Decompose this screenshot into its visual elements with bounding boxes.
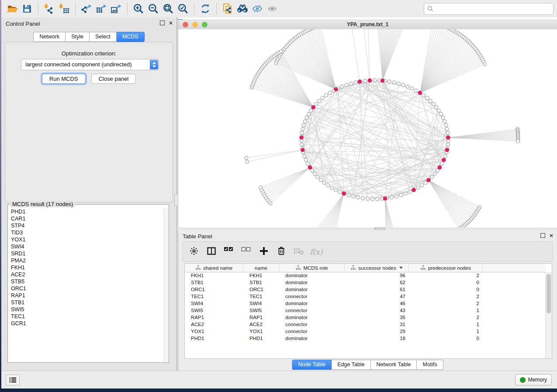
zoom-fit-button[interactable]	[161, 2, 176, 15]
close-table-panel-icon[interactable]: ✕	[549, 234, 554, 238]
mcds-node-item[interactable]: SWI4	[8, 243, 164, 250]
zoom-in-button[interactable]	[131, 2, 146, 15]
hide-selected-icon	[252, 3, 263, 14]
table-row[interactable]: FKH1FKH1dominator962	[185, 272, 546, 279]
export-network-button[interactable]	[79, 2, 94, 15]
column-header-predecessor-nodes[interactable]: predecessor nodes	[409, 264, 483, 272]
mcds-node-item[interactable]: CAR1	[8, 215, 164, 222]
search-input[interactable]	[436, 4, 551, 14]
mcds-node-item[interactable]: STP4	[8, 222, 164, 229]
hide-selected-button[interactable]	[250, 2, 265, 15]
attribute-type-icon	[420, 265, 426, 271]
tab-network[interactable]: Network	[33, 32, 66, 42]
cell-shared-name: FKH1	[185, 272, 243, 279]
mcds-node-item[interactable]: SRD1	[8, 250, 164, 257]
mcds-node-item[interactable]: ORC1	[8, 285, 164, 292]
float-panel-icon[interactable]	[160, 21, 165, 25]
mcds-node-item[interactable]: YOX1	[8, 236, 164, 243]
table-row[interactable]: PHD1PHD1dominator180	[185, 335, 546, 342]
tab-motifs[interactable]: Motifs	[417, 360, 443, 370]
table-row[interactable]: ORC1ORC1dominator610	[185, 286, 546, 293]
memory-button[interactable]: Memory	[515, 374, 552, 385]
select-all-button[interactable]	[223, 246, 235, 258]
export-image-button[interactable]	[109, 2, 124, 15]
column-header-successor-nodes[interactable]: successor nodes	[345, 264, 409, 272]
task-history-button[interactable]	[6, 375, 20, 385]
run-mcds-button[interactable]: Run MCDS	[42, 74, 86, 84]
column-header-MCDS-role[interactable]: MCDS role	[279, 264, 345, 272]
mcds-node-item[interactable]: SWI5	[8, 306, 164, 313]
tab-mcds[interactable]: MCDS	[117, 32, 145, 42]
table-row[interactable]: STB1STB1dominator620	[185, 279, 546, 286]
select-all-icon	[224, 247, 234, 257]
table-settings-button[interactable]	[188, 246, 200, 258]
float-table-panel-icon[interactable]	[540, 233, 545, 238]
mcds-node-item[interactable]: STB5	[8, 278, 164, 285]
network-window: YPA_prune.txt_1	[178, 17, 557, 227]
table-scrollbar[interactable]	[545, 272, 552, 358]
tab-style[interactable]: Style	[66, 32, 90, 42]
cell-shared-name: SWI4	[185, 300, 243, 307]
delete-column-button[interactable]	[276, 246, 287, 258]
show-all-button[interactable]	[265, 2, 280, 15]
table-row[interactable]: YOX1YOX1connector291	[185, 328, 546, 335]
mcds-result-list[interactable]: PHD1CAR1STP4TID3YOX1SWI4SRD1PMA2FKH1ACE2…	[8, 208, 164, 362]
mcds-node-item[interactable]: ACE2	[8, 271, 164, 278]
mcds-list-scrollbar[interactable]	[163, 208, 168, 362]
column-label: MCDS role	[303, 265, 328, 271]
save-session-button[interactable]	[20, 2, 35, 15]
mcds-node-item[interactable]: GCR1	[8, 320, 164, 327]
cell-shared-name: TEC1	[185, 293, 243, 300]
zoom-out-button[interactable]	[146, 2, 161, 15]
mcds-node-item[interactable]: TID3	[8, 229, 164, 236]
table-row[interactable]: TEC1TEC1connector472	[185, 293, 546, 300]
cell-predecessor-nodes: 1	[409, 328, 483, 335]
table-row[interactable]: SWI5SWI5connector431	[185, 307, 546, 314]
table-scrollbar-thumb[interactable]	[547, 274, 551, 313]
mcds-node-item[interactable]: PHD1	[8, 208, 164, 215]
duplicate-network-button[interactable]	[220, 2, 235, 15]
open-file-button[interactable]	[5, 2, 20, 15]
cell-name: RAP1	[243, 314, 279, 321]
table-row[interactable]: ACE2ACE2connector311	[185, 321, 546, 328]
tab-network-table[interactable]: Network Table	[371, 360, 417, 370]
criterion-dropdown[interactable]: largest connected component (undirected)	[21, 59, 159, 70]
table-panel-title: Table Panel	[183, 233, 212, 240]
import-network-button[interactable]	[42, 2, 57, 15]
column-header-name[interactable]: name	[243, 264, 279, 272]
mcds-node-item[interactable]: TEC1	[8, 313, 164, 320]
tab-select[interactable]: Select	[90, 32, 117, 42]
cell-predecessor-nodes: 0	[409, 279, 483, 286]
search-box[interactable]	[424, 3, 554, 15]
table-settings-icon	[190, 247, 198, 257]
cell-successor-nodes: 47	[345, 293, 409, 300]
table-panel: Table Panel ✕ f(x) shared namenameMCDS r…	[178, 230, 557, 371]
network-canvas[interactable]	[178, 29, 557, 227]
column-label: shared name	[203, 265, 232, 271]
table-row[interactable]: SWI4SWI4dominator462	[185, 300, 546, 307]
deselect-all-button[interactable]	[241, 246, 252, 258]
close-panel-icon[interactable]: ✕	[169, 21, 173, 25]
tab-edge-table[interactable]: Edge Table	[332, 360, 370, 370]
table-row[interactable]: RAP1RAP1dominator352	[185, 314, 546, 321]
zoom-selected-button[interactable]	[176, 2, 190, 15]
column-header-shared-name[interactable]: shared name	[185, 264, 243, 272]
mcds-node-item[interactable]: RAP1	[8, 292, 164, 299]
first-neighbors-button[interactable]	[235, 2, 250, 15]
cell-shared-name: ACE2	[185, 321, 243, 328]
mcds-node-item[interactable]: PMA2	[8, 257, 164, 264]
close-panel-button[interactable]: Close panel	[91, 74, 136, 84]
network-titlebar[interactable]: YPA_prune.txt_1	[178, 20, 557, 30]
cell-name: SWI4	[243, 300, 279, 307]
import-table-button[interactable]	[57, 2, 72, 15]
tab-node-table[interactable]: Node Table	[292, 360, 332, 370]
cell-name: FKH1	[243, 272, 279, 279]
mcds-node-item[interactable]: FKH1	[8, 264, 164, 271]
apply-layout-button[interactable]	[198, 2, 213, 15]
export-table-button[interactable]	[94, 2, 109, 15]
attribute-type-icon	[350, 265, 356, 271]
add-column-button[interactable]	[258, 246, 270, 258]
cell-MCDS-role: dominator	[279, 279, 345, 286]
mcds-node-item[interactable]: STB1	[8, 299, 164, 306]
show-columns-button[interactable]	[206, 246, 217, 258]
